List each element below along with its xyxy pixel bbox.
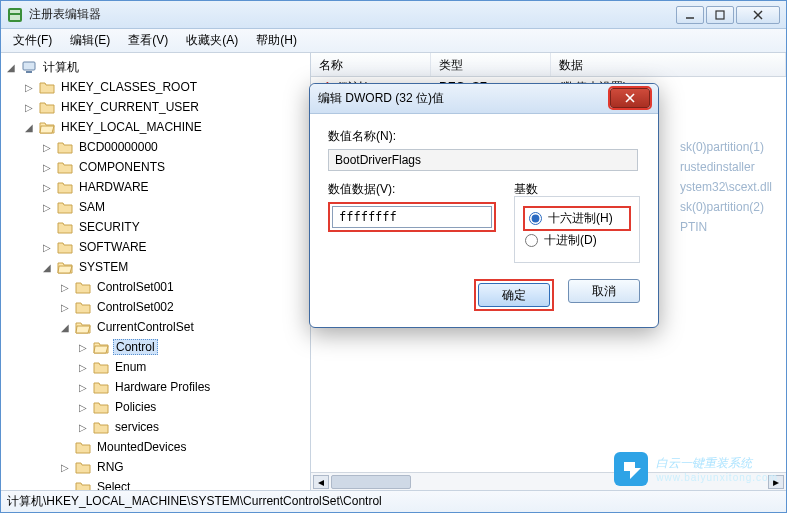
titlebar: 注册表编辑器 <box>1 1 786 29</box>
status-path: 计算机\HKEY_LOCAL_MACHINE\SYSTEM\CurrentCon… <box>7 493 382 510</box>
cancel-button[interactable]: 取消 <box>568 279 640 303</box>
radio-hex-label: 十六进制(H) <box>548 210 613 227</box>
folder-open-icon <box>75 320 91 334</box>
radio-hex[interactable]: 十六进制(H) <box>525 208 629 229</box>
folder-icon <box>75 300 91 314</box>
list-header: 名称 类型 数据 <box>311 53 786 77</box>
maximize-button[interactable] <box>706 6 734 24</box>
tree-hwprof[interactable]: ▷Hardware Profiles <box>73 377 310 397</box>
tree-components[interactable]: ▷COMPONENTS <box>37 157 310 177</box>
svg-rect-4 <box>716 11 724 19</box>
tree-software[interactable]: ▷SOFTWARE <box>37 237 310 257</box>
tree-mounted[interactable]: MountedDevices <box>55 437 310 457</box>
tree-label: BCD00000000 <box>77 140 160 154</box>
value-data-label: 数值数据(V): <box>328 181 496 198</box>
menu-help[interactable]: 帮助(H) <box>248 29 305 52</box>
tree-label: RNG <box>95 460 126 474</box>
leaf-icon <box>41 221 53 233</box>
tree-services[interactable]: ▷services <box>73 417 310 437</box>
cell-data: sk(0)partition(1) <box>672 138 780 156</box>
tree-rng[interactable]: ▷RNG <box>55 457 310 477</box>
tree-label: SOFTWARE <box>77 240 149 254</box>
minimize-button[interactable] <box>676 6 704 24</box>
tree-control[interactable]: ▷Control <box>73 337 310 357</box>
tree-ccs[interactable]: ◢CurrentControlSet <box>55 317 310 337</box>
collapse-icon[interactable]: ◢ <box>23 121 35 133</box>
tree-hkcu[interactable]: ▷HKEY_CURRENT_USER <box>19 97 310 117</box>
radio-dec[interactable]: 十进制(D) <box>525 232 629 249</box>
tree-label: ControlSet002 <box>95 300 176 314</box>
folder-icon <box>39 80 55 94</box>
cell-data: PTIN <box>672 218 780 236</box>
tree-sam[interactable]: ▷SAM <box>37 197 310 217</box>
expand-icon[interactable]: ▷ <box>41 201 53 213</box>
folder-open-icon <box>93 340 109 354</box>
window-controls <box>676 6 780 24</box>
close-button[interactable] <box>736 6 780 24</box>
tree-hkcr[interactable]: ▷HKEY_CLASSES_ROOT <box>19 77 310 97</box>
radio-dec-label: 十进制(D) <box>544 232 597 249</box>
expand-icon[interactable]: ▷ <box>77 401 89 413</box>
collapse-icon[interactable]: ◢ <box>41 261 53 273</box>
value-name-field: BootDriverFlags <box>328 149 638 171</box>
expand-icon[interactable]: ▷ <box>77 361 89 373</box>
menu-view[interactable]: 查看(V) <box>120 29 176 52</box>
tree-policies[interactable]: ▷Policies <box>73 397 310 417</box>
tree-label: COMPONENTS <box>77 160 167 174</box>
folder-open-icon <box>57 260 73 274</box>
list-row[interactable]: rustedinstaller <box>672 157 780 177</box>
scroll-right-icon[interactable]: ▸ <box>768 475 784 489</box>
tree-bcd[interactable]: ▷BCD00000000 <box>37 137 310 157</box>
leaf-icon <box>59 481 71 490</box>
radio-dec-input[interactable] <box>525 234 538 247</box>
menu-edit[interactable]: 编辑(E) <box>62 29 118 52</box>
list-row[interactable]: ystem32\scext.dll <box>672 177 780 197</box>
ok-button[interactable]: 确定 <box>478 283 550 307</box>
expand-icon[interactable]: ▷ <box>59 281 71 293</box>
col-data[interactable]: 数据 <box>551 53 786 76</box>
menu-fav[interactable]: 收藏夹(A) <box>178 29 246 52</box>
tree-system[interactable]: ◢SYSTEM <box>37 257 310 277</box>
expand-icon[interactable]: ▷ <box>59 461 71 473</box>
collapse-icon[interactable]: ◢ <box>5 61 17 73</box>
highlight-box <box>328 202 496 232</box>
leaf-icon <box>59 441 71 453</box>
tree-security[interactable]: SECURITY <box>37 217 310 237</box>
scroll-left-icon[interactable]: ◂ <box>313 475 329 489</box>
expand-icon[interactable]: ▷ <box>77 381 89 393</box>
scroll-thumb[interactable] <box>331 475 411 489</box>
expand-icon[interactable]: ▷ <box>41 241 53 253</box>
expand-icon[interactable]: ▷ <box>41 141 53 153</box>
tree-pane[interactable]: ◢ 计算机 ▷HKEY_CLASSES_ROOT ▷HKEY_CURRENT_U… <box>1 53 311 490</box>
tree-select[interactable]: Select <box>55 477 310 490</box>
expand-icon[interactable]: ▷ <box>77 341 89 353</box>
list-row[interactable]: sk(0)partition(2) <box>672 197 780 217</box>
folder-icon <box>93 400 109 414</box>
menu-file[interactable]: 文件(F) <box>5 29 60 52</box>
tree-label: HARDWARE <box>77 180 151 194</box>
tree-root[interactable]: ◢ 计算机 <box>1 57 310 77</box>
col-name[interactable]: 名称 <box>311 53 431 76</box>
list-row[interactable]: PTIN <box>672 217 780 237</box>
value-data-input[interactable] <box>332 206 492 228</box>
expand-icon[interactable]: ▷ <box>23 81 35 93</box>
horizontal-scrollbar[interactable]: ◂ ▸ <box>311 472 786 490</box>
tree-cs001[interactable]: ▷ControlSet001 <box>55 277 310 297</box>
tree-cs002[interactable]: ▷ControlSet002 <box>55 297 310 317</box>
expand-icon[interactable]: ▷ <box>41 161 53 173</box>
folder-icon <box>93 380 109 394</box>
folder-icon <box>57 240 73 254</box>
tree-enum[interactable]: ▷Enum <box>73 357 310 377</box>
dialog-close-button[interactable] <box>610 88 650 108</box>
tree-hklm[interactable]: ◢HKEY_LOCAL_MACHINE <box>19 117 310 137</box>
expand-icon[interactable]: ▷ <box>41 181 53 193</box>
expand-icon[interactable]: ▷ <box>59 301 71 313</box>
expand-icon[interactable]: ▷ <box>77 421 89 433</box>
dialog-titlebar[interactable]: 编辑 DWORD (32 位)值 <box>310 84 658 114</box>
tree-hardware[interactable]: ▷HARDWARE <box>37 177 310 197</box>
expand-icon[interactable]: ▷ <box>23 101 35 113</box>
col-type[interactable]: 类型 <box>431 53 551 76</box>
list-row[interactable]: sk(0)partition(1) <box>672 137 780 157</box>
collapse-icon[interactable]: ◢ <box>59 321 71 333</box>
radio-hex-input[interactable] <box>529 212 542 225</box>
